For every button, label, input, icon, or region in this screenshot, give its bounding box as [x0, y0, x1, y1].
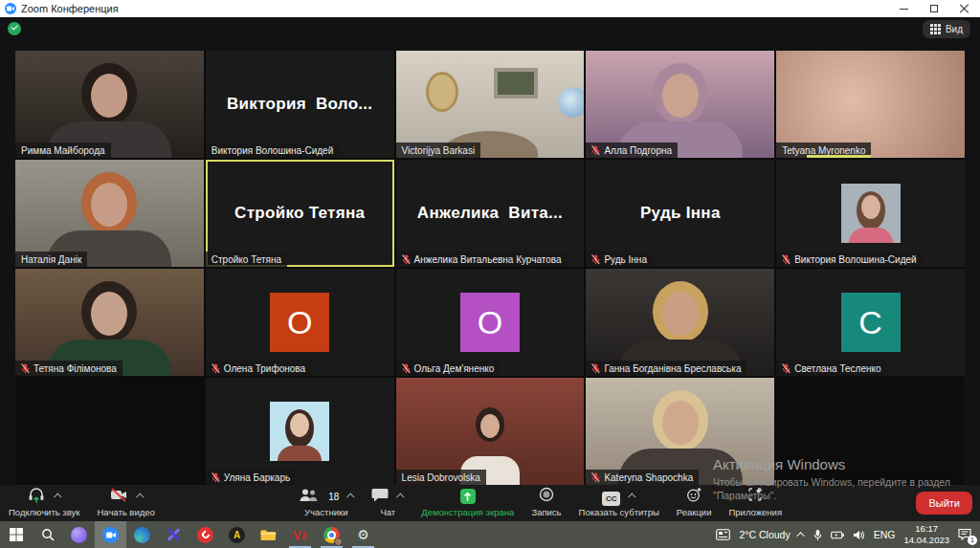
news-icon[interactable] — [716, 529, 730, 540]
taskbar-start-icon[interactable] — [0, 521, 32, 548]
toolbar-record-button[interactable]: Запись — [523, 485, 569, 521]
security-shield-icon[interactable] — [8, 22, 21, 35]
meeting-toolbar: Подключить звук Начать видео 18 Участник… — [0, 485, 980, 521]
participant-name-label: Ольга Дем'яненко — [396, 361, 501, 376]
participant-name: Алла Подгорна — [604, 145, 672, 156]
toolbar-button-label: Начать видео — [97, 507, 154, 517]
participant-tile[interactable]: О Ольга Дем'яненко — [396, 269, 585, 376]
taskbar-explorer-icon[interactable] — [253, 521, 284, 548]
person-face — [662, 292, 699, 336]
participant-name-label: Ганна Богданівна Бреславська — [586, 361, 746, 376]
participant-name-label: Олена Трифонова — [206, 361, 311, 376]
minimize-button[interactable] — [888, 0, 919, 17]
microphone-icon[interactable] — [813, 529, 822, 541]
weather-status[interactable]: 2°C Cloudy — [739, 529, 790, 540]
participant-tile[interactable]: Анжелика Вита... Анжелика Витальевна Кур… — [396, 160, 585, 267]
muted-mic-icon — [212, 472, 220, 483]
speaking-indicator — [807, 155, 871, 158]
muted-mic-icon — [402, 363, 411, 374]
participant-tile[interactable]: Kateryna Shapochka — [586, 378, 774, 485]
participant-tile[interactable]: Алла Подгорна — [586, 51, 774, 158]
participant-tile[interactable]: Lesia Dobrovolska — [396, 378, 585, 485]
person-face — [91, 183, 127, 227]
participant-tile[interactable]: Тетяна Філімонова — [15, 269, 204, 376]
toolbar-apps-button[interactable]: Приложения — [720, 485, 791, 521]
letter-avatar: О — [270, 293, 329, 352]
taskbar-zoom-icon[interactable] — [95, 521, 126, 548]
toolbar-captions-button[interactable]: CC Показать субтитры — [570, 485, 668, 521]
record-icon — [539, 487, 554, 502]
participant-tile[interactable]: Tetyana Myronenko — [776, 51, 965, 158]
notification-center-button[interactable]: 1 — [958, 528, 975, 542]
participant-name-label: Рудь Інна — [586, 252, 653, 267]
toolbar-start-video-button[interactable]: Начать видео — [88, 485, 163, 521]
participant-name: Тетяна Філімонова — [33, 363, 117, 374]
toolbar-share-screen-button[interactable]: Демонстрация экрана — [412, 485, 523, 521]
participant-tile[interactable]: Ганна Богданівна Бреславська — [586, 269, 774, 376]
chevron-up-icon[interactable] — [54, 493, 61, 500]
taskbar-apps: AVz⚙ — [0, 521, 379, 548]
participant-tile[interactable]: Рудь Інна Рудь Інна — [586, 160, 774, 267]
chevron-up-icon[interactable] — [136, 493, 144, 500]
participant-name: Tetyana Myronenko — [782, 145, 865, 156]
notification-badge: 1 — [968, 536, 977, 545]
taskbar-settings-icon[interactable]: ⚙ — [347, 521, 379, 548]
clock[interactable]: 16:17 14.04.2023 — [903, 523, 949, 546]
participants-icon — [298, 488, 319, 502]
tray-time: 16:17 — [903, 523, 949, 535]
system-tray: 2°C Cloudy ENG 16:17 14.04.2023 1 — [716, 523, 980, 546]
taskbar-vz-app-icon[interactable]: Vz — [284, 521, 316, 548]
tray-expand-icon[interactable] — [796, 532, 804, 539]
participant-tile[interactable]: Римма Майборода — [15, 51, 204, 158]
taskbar-search-icon[interactable] — [32, 521, 63, 548]
taskbar-chrome-icon[interactable] — [316, 521, 347, 548]
battery-icon[interactable] — [831, 531, 844, 539]
participant-name-label: Стройко Тетяна — [206, 252, 287, 267]
toolbar-chat-button[interactable]: Чат — [363, 485, 412, 521]
participant-tile[interactable]: Уляна Баркарь — [206, 378, 394, 485]
participant-name: Lesia Dobrovolska — [402, 472, 480, 483]
taskbar-download-manager-icon[interactable] — [189, 521, 221, 548]
toolbar-left-group: Подключить звук Начать видео — [0, 485, 164, 521]
toolbar-center-group: 18 Участники Чат Демонстрация экрана Зап… — [289, 485, 791, 521]
chat-icon — [371, 488, 389, 502]
view-button[interactable]: Вид — [923, 20, 970, 38]
participant-tile[interactable]: Стройко Тетяна Стройко Тетяна — [206, 160, 394, 267]
close-button[interactable] — [949, 0, 980, 17]
participant-name-label: Анжелика Витальевна Курчатова — [396, 252, 568, 267]
toolbar-participants-button[interactable]: 18 Участники — [289, 485, 363, 521]
taskbar-edge-icon[interactable] — [126, 521, 158, 548]
chevron-up-icon[interactable] — [346, 493, 354, 500]
taskbar-aimp-icon[interactable]: A — [221, 521, 253, 548]
taskbar-x-app-icon[interactable] — [158, 521, 189, 548]
muted-mic-icon — [212, 363, 220, 374]
wall-plate — [558, 87, 585, 118]
muted-mic-icon — [21, 363, 30, 374]
participant-tile[interactable]: С Светлана Тесленко — [776, 269, 965, 376]
participant-tile[interactable]: Victorijya Barkasi — [396, 51, 585, 158]
maximize-button[interactable] — [919, 0, 949, 17]
chevron-up-icon[interactable] — [628, 493, 635, 500]
reactions-icon — [686, 487, 702, 502]
participants-count-badge: 18 — [328, 492, 339, 502]
language-indicator[interactable]: ENG — [874, 529, 896, 540]
participant-name: Уляна Баркарь — [224, 472, 290, 483]
window-titlebar: Zoom Конференция — [0, 0, 980, 17]
toolbar-button-label: Приложения — [728, 507, 782, 517]
participant-tile[interactable]: Виктория Волошина-Сидей — [776, 160, 965, 267]
toolbar-join-audio-button[interactable]: Подключить звук — [0, 485, 88, 521]
zoom-meeting-window: Zoom Конференция Вид Римма Майборода Вик… — [0, 0, 980, 548]
participant-tile[interactable]: Наталія Данік — [15, 160, 204, 267]
participant-name: Ольга Дем'яненко — [414, 363, 495, 374]
taskbar-cortana-icon[interactable] — [63, 521, 95, 548]
participant-name-label: Lesia Dobrovolska — [396, 470, 486, 485]
toolbar-button-label: Демонстрация экрана — [421, 507, 514, 517]
participant-tile[interactable]: О Олена Трифонова — [206, 269, 394, 376]
chevron-up-icon[interactable] — [396, 493, 404, 500]
chrome-profile-avatar — [334, 537, 343, 546]
person-face — [662, 74, 699, 118]
leave-meeting-button[interactable]: Выйти — [916, 492, 972, 515]
participant-tile[interactable]: Виктория Воло... Виктория Волошина-Сидей — [206, 51, 394, 158]
volume-icon[interactable] — [853, 530, 865, 540]
toolbar-reactions-button[interactable]: Реакции — [668, 485, 721, 521]
